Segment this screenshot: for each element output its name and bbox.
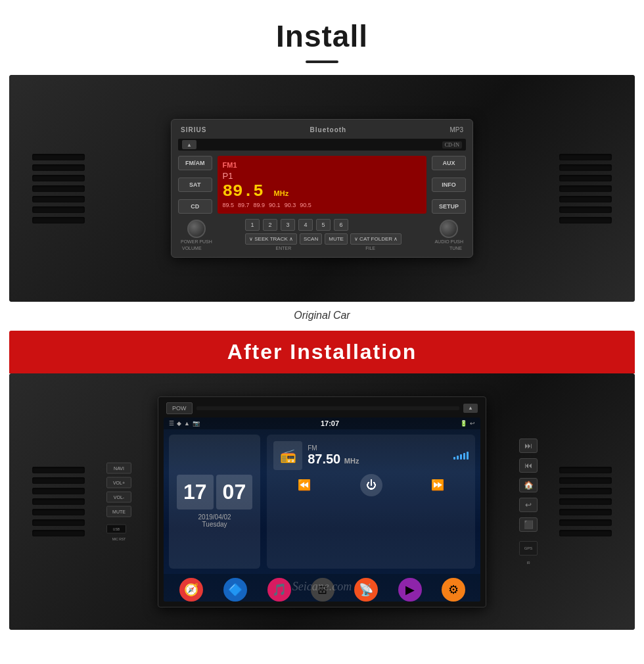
power-knob[interactable]	[187, 220, 206, 238]
vol-down-button[interactable]: VOL-	[106, 492, 131, 503]
num-btn-5[interactable]: 5	[316, 219, 331, 231]
eject-button-2[interactable]: ▲	[463, 404, 478, 413]
aux-button[interactable]: AUX	[432, 156, 466, 170]
dash-bg-after: NAVI VOL+ VOL- MUTE USB MIC RST POW	[9, 373, 635, 630]
clock-time: 17 07	[177, 475, 252, 510]
cat-folder-button[interactable]: ∨ CAT FOLDER ∧	[350, 233, 402, 245]
android-main: 17 07 2019/04/02 Tuesday	[164, 429, 480, 574]
original-car-section: SIRIUS Bluetooth MP3 ▲ CD-IN	[9, 75, 635, 327]
audio-label: AUDIO PUSH	[434, 239, 463, 244]
apps-icon: ⊞	[311, 578, 334, 602]
header-divider	[306, 60, 338, 63]
battery-icon: 🔋	[460, 420, 467, 427]
left-side-buttons: NAVI VOL+ VOL- MUTE USB MIC RST	[106, 463, 131, 541]
sat-button[interactable]: SAT	[178, 178, 212, 192]
display-presets: 89.5 89.7 89.9 90.1 90.3 90.5	[223, 202, 421, 208]
dashboard-original: SIRIUS Bluetooth MP3 ▲ CD-IN	[9, 75, 635, 302]
video-app[interactable]: ▶ Video	[398, 578, 422, 602]
radio-band: FM	[308, 444, 448, 452]
apps-launcher[interactable]: ⊞ Apps	[311, 578, 334, 602]
left-vent	[22, 123, 95, 254]
clock-widget: 17 07 2019/04/02 Tuesday	[169, 435, 260, 569]
seek-track-button[interactable]: ∨ SEEK TRACK ∧	[245, 233, 297, 245]
vol-up-button[interactable]: VOL+	[106, 477, 131, 488]
right-vent	[549, 123, 622, 254]
status-time: 17:07	[321, 419, 339, 427]
tune-knob-area: AUDIO PUSH	[434, 220, 463, 244]
after-installation-section: After Installation	[9, 331, 635, 630]
rewind-button[interactable]: ⏪	[298, 479, 311, 491]
mute-button[interactable]: MUTE	[325, 233, 348, 245]
file-label: FILE	[365, 246, 375, 250]
fmam-button[interactable]: FM/AM	[178, 156, 212, 170]
num-btn-6[interactable]: 6	[334, 219, 348, 231]
power-knob-area: POWER PUSH	[181, 220, 212, 244]
play-button[interactable]: ⏻	[360, 474, 382, 496]
cd-button[interactable]: CD	[178, 199, 212, 214]
info-button[interactable]: INFO	[432, 178, 466, 192]
setup-button[interactable]: SETUP	[432, 199, 466, 214]
page-title: Install	[0, 18, 644, 54]
clock-hours: 17	[177, 475, 214, 510]
ir-label: IR	[527, 561, 530, 565]
radio-right-buttons: AUX INFO SETUP	[432, 156, 466, 214]
display-mode: FM1	[223, 161, 421, 169]
app-icons-row: 🧭 Navigation 🔷 Bluetooth 🎵 Music	[164, 574, 480, 602]
home-button[interactable]: 🏠	[519, 478, 538, 492]
original-radio-unit: SIRIUS Bluetooth MP3 ▲ CD-IN	[171, 119, 473, 258]
navigation-icon: 🧭	[179, 578, 203, 602]
fast-forward-button[interactable]: ⏩	[431, 479, 444, 491]
num-btn-4[interactable]: 4	[298, 219, 313, 231]
navi-button[interactable]: NAVI	[106, 463, 131, 474]
radio-top-bar: SIRIUS Bluetooth MP3	[178, 126, 466, 133]
mute-side-button[interactable]: MUTE	[106, 506, 131, 517]
back-hw-button[interactable]: ↩	[519, 498, 538, 512]
page-header: Install	[0, 0, 644, 75]
wifi-icon: ◆	[177, 420, 181, 427]
after-right-vent	[549, 436, 622, 567]
settings-app[interactable]: ⚙ Settings	[442, 578, 465, 602]
radio-app-icon: 📡	[354, 578, 378, 602]
original-car-caption: Original Car	[9, 302, 635, 327]
display-frequency: 89.5 MHz	[223, 183, 421, 200]
usb-port: USB	[106, 525, 126, 534]
pow-button[interactable]: POW	[166, 402, 193, 414]
cd-in-label: CD-IN	[442, 141, 462, 149]
tune-knob[interactable]	[440, 220, 458, 238]
android-screen[interactable]: ☰ ◆ ▲ 📷 17:07 🔋 ↩	[164, 417, 480, 602]
num-btn-3[interactable]: 3	[281, 219, 295, 231]
after-install-image: NAVI VOL+ VOL- MUTE USB MIC RST POW	[9, 373, 635, 630]
signal-icon: ▲	[184, 420, 190, 427]
mp3-label: MP3	[449, 126, 463, 133]
android-top-bar: POW ▲	[164, 402, 480, 414]
top-spacer	[196, 406, 460, 410]
navigation-app[interactable]: 🧭 Navigation	[179, 578, 204, 602]
num-btn-2[interactable]: 2	[263, 219, 277, 231]
radio-mhz: MHz	[344, 457, 359, 465]
android-status-bar: ☰ ◆ ▲ 📷 17:07 🔋 ↩	[164, 417, 480, 429]
prev-track-button[interactable]: ⏮	[519, 458, 538, 473]
radio-bottom: POWER PUSH 1 2 3 4 5 6	[178, 219, 466, 245]
back-icon: ↩	[470, 420, 475, 427]
eject-button[interactable]: ▲	[182, 140, 196, 149]
music-app[interactable]: 🎵 Music	[267, 578, 291, 602]
display-preset: P1	[223, 171, 421, 181]
radio-display: FM1 P1 89.5 MHz 89.5 89.7 89.9	[218, 156, 426, 214]
num-btn-1[interactable]: 1	[245, 219, 260, 231]
radio-app[interactable]: 📡 Radio	[354, 578, 378, 602]
radio-widget-top: 📻 FM 87.50 MHz	[273, 441, 469, 470]
bluetooth-app[interactable]: 🔷 Bluetooth	[223, 578, 247, 602]
seek-buttons: ∨ SEEK TRACK ∧ SCAN MUTE ∨ CAT FOLDER ∧	[245, 233, 402, 245]
next-track-button[interactable]: ⏭	[519, 439, 538, 453]
menu-button[interactable]: ⬛	[519, 517, 538, 532]
dashboard-after: NAVI VOL+ VOL- MUTE USB MIC RST POW	[9, 373, 635, 630]
video-icon: ▶	[398, 578, 422, 602]
radio-icon-box: 📻	[273, 441, 302, 470]
gps-port: GPS	[519, 541, 538, 556]
bottom-labels: VOLUME ENTER FILE TUNE	[178, 245, 466, 250]
radio-left-buttons: FM/AM SAT CD	[178, 156, 212, 214]
clock-date: 2019/04/02 Tuesday	[198, 513, 231, 528]
radio-frequency: 87.50 MHz	[308, 452, 448, 467]
number-seek-area: 1 2 3 4 5 6 ∨ SEEK TRACK ∧ SCAN	[245, 219, 402, 245]
scan-button[interactable]: SCAN	[300, 233, 322, 245]
